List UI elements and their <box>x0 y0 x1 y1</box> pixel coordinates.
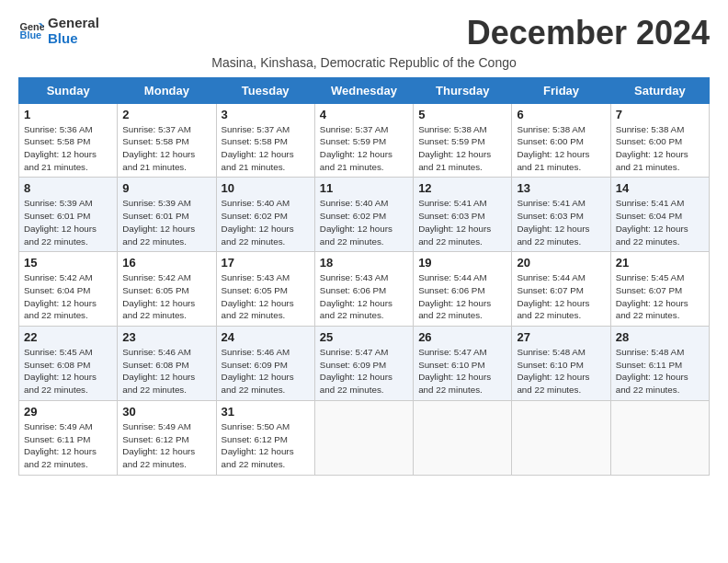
day-info: Sunrise: 5:37 AMSunset: 5:59 PMDaylight:… <box>320 123 408 174</box>
day-info: Sunrise: 5:43 AMSunset: 6:06 PMDaylight:… <box>320 271 408 322</box>
day-number: 18 <box>320 256 408 270</box>
day-info: Sunrise: 5:42 AMSunset: 6:04 PMDaylight:… <box>24 271 112 322</box>
calendar-cell: 27Sunrise: 5:48 AMSunset: 6:10 PMDayligh… <box>512 327 610 401</box>
day-number: 3 <box>222 108 310 121</box>
logo-line1: General <box>48 15 99 30</box>
day-number: 15 <box>24 256 112 270</box>
day-number: 21 <box>616 256 704 270</box>
day-info: Sunrise: 5:41 AMSunset: 6:03 PMDaylight:… <box>517 197 605 247</box>
day-number: 11 <box>320 181 408 195</box>
col-thursday: Thursday <box>414 77 512 103</box>
calendar-cell: 21Sunrise: 5:45 AMSunset: 6:07 PMDayligh… <box>610 252 709 327</box>
day-number: 27 <box>517 330 605 344</box>
day-number: 4 <box>320 108 408 121</box>
calendar-cell <box>610 400 709 475</box>
calendar-cell: 2Sunrise: 5:37 AMSunset: 5:58 PMDaylight… <box>118 103 216 178</box>
day-number: 12 <box>418 181 506 195</box>
day-number: 31 <box>222 405 310 419</box>
day-number: 8 <box>24 181 112 195</box>
calendar-cell: 13Sunrise: 5:41 AMSunset: 6:03 PMDayligh… <box>512 178 610 252</box>
logo-line2: Blue <box>48 30 99 46</box>
calendar-cell: 15Sunrise: 5:42 AMSunset: 6:04 PMDayligh… <box>19 252 118 327</box>
calendar-cell: 16Sunrise: 5:42 AMSunset: 6:05 PMDayligh… <box>118 252 216 327</box>
col-saturday: Saturday <box>610 77 709 103</box>
calendar-cell: 30Sunrise: 5:49 AMSunset: 6:12 PMDayligh… <box>118 400 216 475</box>
calendar-cell: 18Sunrise: 5:43 AMSunset: 6:06 PMDayligh… <box>314 252 413 327</box>
calendar-cell: 3Sunrise: 5:37 AMSunset: 5:58 PMDaylight… <box>216 103 314 178</box>
calendar-cell: 8Sunrise: 5:39 AMSunset: 6:01 PMDaylight… <box>19 178 118 252</box>
calendar-cell: 28Sunrise: 5:48 AMSunset: 6:11 PMDayligh… <box>610 327 709 401</box>
calendar-cell: 22Sunrise: 5:45 AMSunset: 6:08 PMDayligh… <box>19 327 118 401</box>
day-number: 19 <box>418 256 506 270</box>
calendar-cell: 7Sunrise: 5:38 AMSunset: 6:00 PMDaylight… <box>610 103 709 178</box>
day-number: 28 <box>616 330 704 344</box>
day-number: 10 <box>222 181 310 195</box>
day-info: Sunrise: 5:42 AMSunset: 6:05 PMDaylight:… <box>122 271 210 322</box>
day-number: 23 <box>122 330 210 344</box>
calendar-cell: 29Sunrise: 5:49 AMSunset: 6:11 PMDayligh… <box>19 400 118 475</box>
col-sunday: Sunday <box>19 77 118 103</box>
day-info: Sunrise: 5:49 AMSunset: 6:11 PMDaylight:… <box>24 420 112 471</box>
col-friday: Friday <box>512 77 610 103</box>
calendar-cell: 10Sunrise: 5:40 AMSunset: 6:02 PMDayligh… <box>216 178 314 252</box>
day-number: 20 <box>517 256 605 270</box>
day-info: Sunrise: 5:47 AMSunset: 6:09 PMDaylight:… <box>320 346 408 396</box>
subtitle: Masina, Kinshasa, Democratic Republic of… <box>18 55 710 70</box>
day-number: 26 <box>418 330 506 344</box>
calendar-cell: 26Sunrise: 5:47 AMSunset: 6:10 PMDayligh… <box>414 327 512 401</box>
calendar-week-row: 15Sunrise: 5:42 AMSunset: 6:04 PMDayligh… <box>19 252 710 327</box>
header: General Blue General Blue December 2024 <box>18 15 710 52</box>
day-number: 16 <box>122 256 210 270</box>
day-number: 29 <box>24 405 112 419</box>
day-info: Sunrise: 5:47 AMSunset: 6:10 PMDaylight:… <box>418 346 506 396</box>
calendar-cell: 4Sunrise: 5:37 AMSunset: 5:59 PMDaylight… <box>314 103 413 178</box>
title-area: December 2024 <box>467 15 710 52</box>
calendar-table: Sunday Monday Tuesday Wednesday Thursday… <box>18 77 710 476</box>
day-number: 17 <box>222 256 310 270</box>
calendar-cell: 1Sunrise: 5:36 AMSunset: 5:58 PMDaylight… <box>19 103 118 178</box>
day-number: 14 <box>616 181 704 195</box>
day-number: 30 <box>122 405 210 419</box>
calendar-cell: 23Sunrise: 5:46 AMSunset: 6:08 PMDayligh… <box>118 327 216 401</box>
day-info: Sunrise: 5:46 AMSunset: 6:09 PMDaylight:… <box>222 346 310 396</box>
day-info: Sunrise: 5:41 AMSunset: 6:04 PMDaylight:… <box>616 197 704 247</box>
day-number: 5 <box>418 108 506 121</box>
calendar-cell: 6Sunrise: 5:38 AMSunset: 6:00 PMDaylight… <box>512 103 610 178</box>
svg-text:Blue: Blue <box>20 30 42 41</box>
logo-icon: General Blue <box>18 17 44 43</box>
calendar-cell: 9Sunrise: 5:39 AMSunset: 6:01 PMDaylight… <box>118 178 216 252</box>
calendar-cell: 17Sunrise: 5:43 AMSunset: 6:05 PMDayligh… <box>216 252 314 327</box>
col-monday: Monday <box>118 77 216 103</box>
day-info: Sunrise: 5:48 AMSunset: 6:10 PMDaylight:… <box>517 346 605 396</box>
calendar-cell: 24Sunrise: 5:46 AMSunset: 6:09 PMDayligh… <box>216 327 314 401</box>
calendar-cell <box>314 400 413 475</box>
day-number: 13 <box>517 181 605 195</box>
day-info: Sunrise: 5:37 AMSunset: 5:58 PMDaylight:… <box>222 123 310 174</box>
calendar-cell <box>512 400 610 475</box>
calendar-cell <box>414 400 512 475</box>
day-info: Sunrise: 5:50 AMSunset: 6:12 PMDaylight:… <box>222 420 310 471</box>
day-number: 1 <box>24 108 112 121</box>
calendar-cell: 19Sunrise: 5:44 AMSunset: 6:06 PMDayligh… <box>414 252 512 327</box>
calendar-cell: 14Sunrise: 5:41 AMSunset: 6:04 PMDayligh… <box>610 178 709 252</box>
day-info: Sunrise: 5:44 AMSunset: 6:06 PMDaylight:… <box>418 271 506 322</box>
day-info: Sunrise: 5:45 AMSunset: 6:07 PMDaylight:… <box>616 271 704 322</box>
calendar-week-row: 8Sunrise: 5:39 AMSunset: 6:01 PMDaylight… <box>19 178 710 252</box>
day-info: Sunrise: 5:38 AMSunset: 6:00 PMDaylight:… <box>517 123 605 174</box>
month-title: December 2024 <box>467 15 710 52</box>
calendar-cell: 31Sunrise: 5:50 AMSunset: 6:12 PMDayligh… <box>216 400 314 475</box>
day-info: Sunrise: 5:38 AMSunset: 5:59 PMDaylight:… <box>418 123 506 174</box>
calendar-week-row: 29Sunrise: 5:49 AMSunset: 6:11 PMDayligh… <box>19 400 710 475</box>
col-tuesday: Tuesday <box>216 77 314 103</box>
day-number: 7 <box>616 108 704 121</box>
day-info: Sunrise: 5:41 AMSunset: 6:03 PMDaylight:… <box>418 197 506 247</box>
day-info: Sunrise: 5:40 AMSunset: 6:02 PMDaylight:… <box>222 197 310 247</box>
col-wednesday: Wednesday <box>314 77 413 103</box>
calendar-week-row: 1Sunrise: 5:36 AMSunset: 5:58 PMDaylight… <box>19 103 710 178</box>
day-info: Sunrise: 5:37 AMSunset: 5:58 PMDaylight:… <box>122 123 210 174</box>
day-info: Sunrise: 5:39 AMSunset: 6:01 PMDaylight:… <box>24 197 112 247</box>
calendar-cell: 11Sunrise: 5:40 AMSunset: 6:02 PMDayligh… <box>314 178 413 252</box>
day-info: Sunrise: 5:45 AMSunset: 6:08 PMDaylight:… <box>24 346 112 396</box>
day-info: Sunrise: 5:43 AMSunset: 6:05 PMDaylight:… <box>222 271 310 322</box>
day-number: 25 <box>320 330 408 344</box>
